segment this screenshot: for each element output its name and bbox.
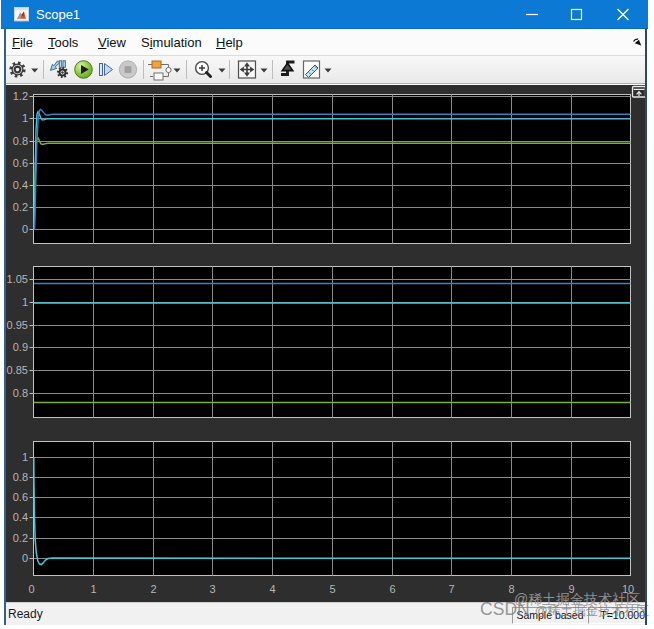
svg-text:0.2: 0.2 xyxy=(13,201,28,213)
svg-text:2: 2 xyxy=(150,583,156,595)
svg-text:0.9: 0.9 xyxy=(13,341,28,353)
svg-text:0.4: 0.4 xyxy=(13,179,28,191)
svg-text:0.8: 0.8 xyxy=(13,471,28,483)
svg-text:1: 1 xyxy=(22,296,28,308)
svg-text:3: 3 xyxy=(209,583,215,595)
svg-text:1: 1 xyxy=(22,451,28,463)
svg-text:0.4: 0.4 xyxy=(13,511,28,523)
svg-text:0: 0 xyxy=(28,583,34,595)
svg-text:4: 4 xyxy=(269,583,275,595)
svg-text:1.2: 1.2 xyxy=(13,90,28,102)
svg-text:0.8: 0.8 xyxy=(13,387,28,399)
svg-text:1.05: 1.05 xyxy=(7,273,28,285)
svg-text:0.8: 0.8 xyxy=(13,135,28,147)
svg-text:7: 7 xyxy=(448,583,454,595)
svg-text:0: 0 xyxy=(22,223,28,235)
svg-text:0.85: 0.85 xyxy=(7,364,28,376)
svg-text:0: 0 xyxy=(22,552,28,564)
svg-text:6: 6 xyxy=(389,583,395,595)
svg-text:1: 1 xyxy=(90,583,96,595)
svg-text:0.6: 0.6 xyxy=(13,157,28,169)
svg-text:0.95: 0.95 xyxy=(7,319,28,331)
svg-text:5: 5 xyxy=(329,583,335,595)
svg-text:0.2: 0.2 xyxy=(13,532,28,544)
svg-text:0.6: 0.6 xyxy=(13,491,28,503)
svg-text:1: 1 xyxy=(22,112,28,124)
